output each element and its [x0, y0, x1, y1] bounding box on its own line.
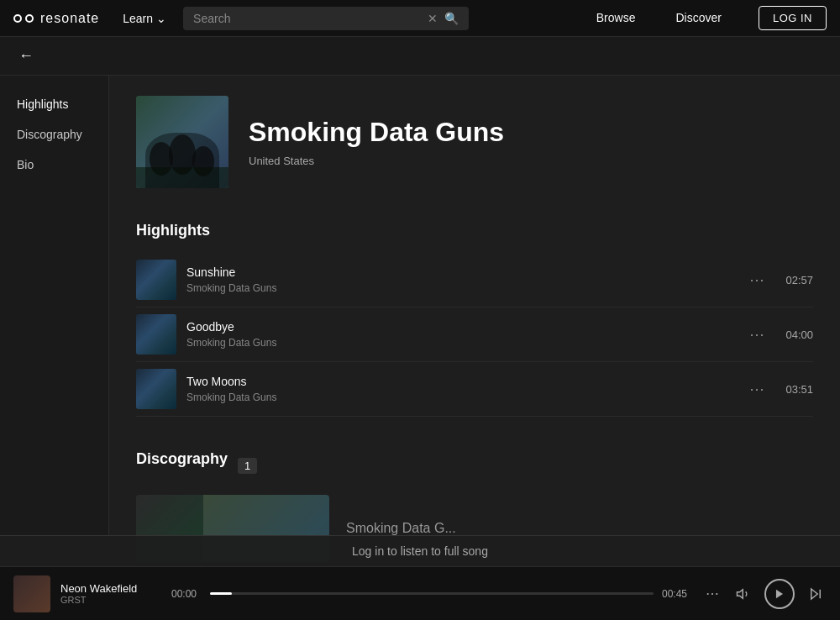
back-button[interactable]: ←: [13, 45, 39, 66]
time-end: 00:45: [662, 588, 692, 600]
nav-links: Browse Discover: [576, 4, 742, 33]
track-thumb-img-2: [136, 314, 176, 355]
track-name-3: Two Moons: [186, 375, 732, 388]
track-artist-3: Smoking Data Guns: [186, 391, 732, 403]
track-thumb-img-1: [136, 260, 176, 300]
logo-icon: [13, 14, 34, 23]
track-item[interactable]: Goodbye Smoking Data Guns ⋯ 04:00: [136, 307, 813, 362]
progress-fill: [210, 592, 232, 595]
discography-header: Discography 1: [136, 450, 813, 481]
track-menu-button-2[interactable]: ⋯: [743, 322, 773, 347]
sidebar-item-discography-label: Discography: [17, 128, 82, 141]
discover-link[interactable]: Discover: [655, 4, 741, 33]
track-info-3: Two Moons Smoking Data Guns: [186, 375, 732, 403]
svg-point-4: [192, 146, 214, 176]
player-artist-name: GRST: [60, 595, 161, 605]
skip-forward-button[interactable]: [805, 583, 827, 605]
track-info-1: Sunshine Smoking Data Guns: [186, 265, 732, 294]
logo-circle-right: [25, 14, 34, 23]
breadcrumb-bar: ←: [0, 37, 840, 76]
progress-bar[interactable]: [210, 592, 654, 595]
volume-button[interactable]: [732, 583, 754, 605]
artist-image-placeholder: [136, 96, 228, 188]
main-layout: Highlights Discography Bio: [0, 76, 840, 571]
discography-count: 1: [238, 458, 257, 474]
highlights-title: Highlights: [136, 222, 813, 239]
browse-link[interactable]: Browse: [576, 4, 656, 33]
sidebar-item-highlights[interactable]: Highlights: [0, 89, 108, 119]
track-duration-3: 03:51: [783, 383, 813, 396]
artist-info: Smoking Data Guns United States: [249, 117, 504, 167]
track-thumbnail-1: [136, 260, 176, 300]
track-artist-2: Smoking Data Guns: [186, 337, 732, 349]
artist-header: Smoking Data Guns United States: [136, 96, 813, 188]
track-thumbnail-3: [136, 369, 176, 409]
sidebar-item-bio[interactable]: Bio: [0, 150, 108, 180]
track-menu-button-3[interactable]: ⋯: [743, 376, 773, 402]
artist-name: Smoking Data Guns: [249, 117, 504, 148]
top-nav: resonate Learn ⌄ ✕ 🔍 Browse Discover LOG…: [0, 0, 840, 37]
track-menu-button-1[interactable]: ⋯: [743, 267, 773, 292]
artist-country: United States: [249, 155, 504, 167]
volume-icon: [736, 586, 751, 602]
login-banner-text: Log in to listen to full song: [352, 544, 488, 558]
artist-image: [136, 96, 228, 188]
skip-forward-icon: [808, 586, 823, 602]
main-content: Smoking Data Guns United States Highligh…: [109, 76, 840, 571]
clear-icon[interactable]: ✕: [428, 12, 438, 25]
svg-marker-8: [811, 589, 818, 599]
track-name-1: Sunshine: [186, 265, 732, 279]
artist-photo-svg: [136, 96, 228, 188]
discography-title: Discography: [136, 450, 228, 468]
logo-text: resonate: [40, 11, 99, 26]
track-name-2: Goodbye: [186, 320, 732, 334]
track-info-2: Goodbye Smoking Data Guns: [186, 320, 732, 349]
learn-label: Learn: [123, 12, 153, 25]
learn-button[interactable]: Learn ⌄: [116, 8, 173, 29]
svg-marker-6: [738, 589, 743, 598]
svg-rect-5: [136, 167, 228, 188]
player-track-name: Neon Wakefield: [60, 582, 161, 595]
svg-rect-1: [136, 96, 228, 188]
search-icon[interactable]: 🔍: [444, 12, 459, 25]
sidebar: Highlights Discography Bio: [0, 76, 109, 571]
search-bar[interactable]: ✕ 🔍: [183, 7, 469, 30]
svg-point-2: [150, 142, 173, 176]
progress-area: 00:00 00:45: [171, 588, 692, 600]
sidebar-item-highlights-label: Highlights: [17, 97, 68, 111]
sidebar-item-bio-label: Bio: [17, 158, 34, 171]
svg-point-3: [169, 134, 196, 175]
logo-area: resonate: [13, 11, 99, 26]
track-thumbnail-2: [136, 314, 176, 355]
search-input[interactable]: [193, 12, 421, 25]
player-controls: ⋯: [702, 579, 827, 609]
play-icon: [774, 588, 785, 600]
login-button[interactable]: LOG IN: [759, 6, 827, 30]
player-info: Neon Wakefield GRST: [60, 582, 161, 605]
svg-marker-7: [776, 589, 783, 598]
track-item[interactable]: Sunshine Smoking Data Guns ⋯ 02:57: [136, 253, 813, 307]
track-duration-1: 02:57: [783, 274, 813, 286]
chevron-down-icon: ⌄: [156, 12, 166, 25]
login-banner: Log in to listen to full song: [0, 535, 840, 566]
track-item[interactable]: Two Moons Smoking Data Guns ⋯ 03:51: [136, 362, 813, 417]
sidebar-item-discography[interactable]: Discography: [0, 119, 108, 150]
time-start: 00:00: [171, 588, 202, 600]
album-title-preview: Smoking Data G...: [339, 521, 456, 536]
track-duration-2: 04:00: [783, 328, 813, 341]
more-options-button[interactable]: ⋯: [702, 582, 722, 605]
logo-circle-left: [13, 14, 22, 23]
track-artist-1: Smoking Data Guns: [186, 282, 732, 294]
highlights-section: Highlights Sunshine Smoking Data Guns ⋯ …: [136, 222, 813, 417]
player-album-art: [13, 575, 50, 612]
play-button[interactable]: [764, 579, 795, 609]
track-thumb-img-3: [136, 369, 176, 409]
player-bar: Neon Wakefield GRST 00:00 00:45 ⋯: [0, 566, 840, 620]
